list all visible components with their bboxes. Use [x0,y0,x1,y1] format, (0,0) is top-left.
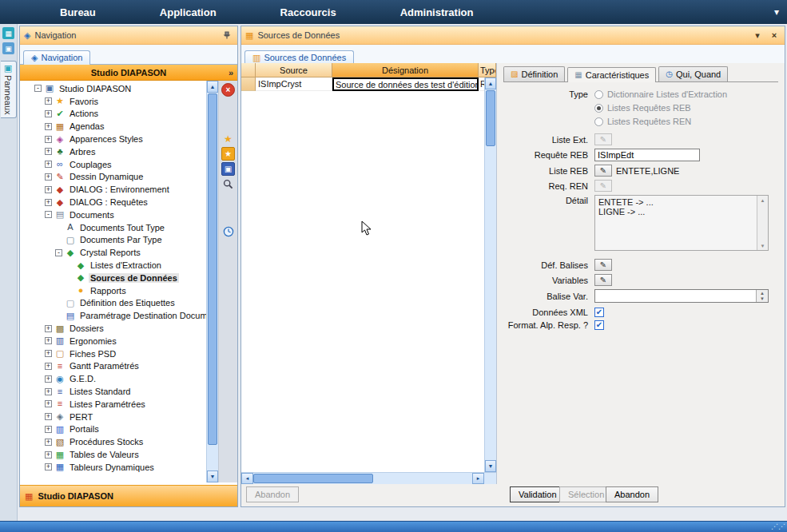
scroll-left-icon[interactable]: ◂ [241,473,253,484]
format-alp-checkbox[interactable]: ✔ [594,320,604,330]
tree-expander-icon[interactable] [45,97,52,105]
tree-item[interactable]: A Documents Tout Type [20,221,206,234]
tree-expander-icon[interactable] [45,136,52,143]
menu-item[interactable]: Bureau [60,6,96,18]
tree-item[interactable]: ▦ Tableurs Dynamiques [20,461,206,474]
tree-item[interactable]: ▥ Portails [20,423,206,436]
tree-item[interactable]: ▤ Paramétrage Destination Document [20,309,206,322]
grid-column-designation[interactable]: Désignation [332,63,479,77]
donnees-xml-checkbox[interactable]: ✔ [594,308,604,317]
resize-grip-icon[interactable]: ⋰⋰ [771,523,785,530]
menu-item[interactable]: Raccourcis [280,6,336,18]
tree-expander-icon[interactable] [45,350,52,357]
tree-item[interactable]: ◉ G.E.D. [20,372,206,385]
radio-icon[interactable] [594,90,603,99]
menu-item[interactable]: Administration [400,6,474,18]
tree-expander-icon[interactable] [45,413,52,420]
tree-item[interactable]: ★ Favoris [20,95,206,108]
detail-scrollbar[interactable]: ▲ ▼ [757,196,768,250]
abandon-grid-button[interactable]: Abandon [246,486,299,502]
def-balises-edit-icon[interactable]: ✎ [594,259,612,271]
radio-icon[interactable] [594,104,603,113]
tree-item[interactable]: ◆ DIALOG : Environnement [20,183,206,196]
tab-navigation[interactable]: ◈ Navigation [23,50,90,65]
tree-item[interactable]: ▦ Agendas [20,120,206,133]
tree-item[interactable]: ▥ Ergonomies [20,335,206,347]
spin-down-icon[interactable]: ▼ [757,296,768,303]
scroll-right-icon[interactable]: ▸ [472,473,484,484]
liste-reb-edit-icon[interactable]: ✎ [594,165,612,177]
tree-expander-icon[interactable] [45,375,52,383]
tree-expander-icon[interactable] [55,249,62,256]
tree-item[interactable]: ◈ PERT [20,411,206,423]
grid-vertical-scrollbar[interactable]: ▲ ▼ [484,77,496,472]
tree-expander-icon[interactable] [45,363,52,370]
panneaux-tab[interactable]: ▣ Panneaux [1,61,17,118]
tree-expander-icon[interactable] [45,337,52,344]
radio-icon[interactable] [594,117,603,126]
panel-toggle-icon[interactable]: ▣ [221,162,235,176]
chevron-down-icon[interactable]: ▾ [774,6,779,18]
tree-item[interactable]: ● Rapports [20,284,206,297]
tree-item[interactable]: ✎ Dessin Dynamique [20,171,206,184]
radio-option[interactable]: Listes Requêtes REB [594,103,727,113]
validation-button[interactable]: Validation [510,486,566,502]
tree-item[interactable]: ≡ Listes Standard [20,385,206,398]
balise-var-input[interactable] [595,290,756,302]
window-close-icon[interactable]: × [768,29,781,42]
balise-var-spinner[interactable]: ▲ ▼ [756,290,768,302]
window-chevron-down-icon[interactable]: ▾ [751,29,764,42]
cell-designation-editing[interactable]: Source de données des test d'édition [332,77,479,91]
scroll-down-icon[interactable]: ▼ [757,241,768,250]
tree-item[interactable]: ✔ Actions [20,108,206,121]
tree-item[interactable]: ▧ Procédures Stocks [20,435,206,448]
tree-expander-icon[interactable] [34,85,42,92]
tree-item[interactable]: ▢ Documents Par Type [20,234,206,247]
tree-item[interactable]: ◆ Sources de Données [20,272,206,284]
abandon-button[interactable]: Abandon [606,486,658,502]
tree-scrollbar[interactable]: ▲ ▼ [206,81,218,482]
scrollbar-thumb[interactable] [486,90,495,146]
pin-icon[interactable] [221,29,233,42]
spin-up-icon[interactable]: ▲ [757,290,768,296]
tree-item[interactable]: ∞ Couplages [20,158,206,171]
radio-option[interactable]: Dictionnaire Listes d'Extraction [594,89,727,99]
tree-expander-icon[interactable] [45,325,52,332]
tree-item[interactable]: ◆ Crystal Reports [20,246,206,259]
tree-item[interactable]: ♣ Arbres [20,145,206,158]
tree-item[interactable]: ▤ Documents [20,208,206,221]
scroll-down-icon[interactable]: ▼ [485,460,496,472]
tree-expander-icon[interactable] [45,463,52,470]
tree-item[interactable]: ▢ Définition des Etiquettes [20,297,206,310]
tree-item[interactable]: ▦ Tables de Valeurs [20,448,206,461]
tree-expander-icon[interactable] [45,426,52,433]
balise-var-combo[interactable]: ▲ ▼ [594,289,769,303]
table-row[interactable]: ISImpCryst Source de données des test d'… [241,77,496,91]
search-icon[interactable] [221,177,236,191]
radio-option[interactable]: Listes Requêtes REN [594,117,727,126]
tree-expander-icon[interactable] [45,400,52,407]
scrollbar-thumb[interactable] [253,474,373,483]
detail-tab[interactable]: ▨ Définition [503,66,565,81]
collapse-panel-icon[interactable]: » [229,68,233,77]
close-red-icon[interactable]: × [221,83,235,97]
grid-column-source[interactable]: Source [256,63,332,77]
tree-expander-icon[interactable] [45,173,52,181]
tree-item[interactable]: ▢ Fiches PSD [20,347,206,360]
favorite-star-icon[interactable]: ★ [221,132,236,145]
dock-icon[interactable]: ▣ [2,42,14,54]
tree-expander-icon[interactable] [45,161,52,168]
tree-expander-icon[interactable] [45,199,52,206]
tree-item[interactable]: ◈ Apparences Styles [20,133,206,145]
detail-tab[interactable]: ▦ Caractéristiques [567,67,656,82]
favorite-add-icon[interactable]: ★ [221,147,235,161]
cell-source[interactable]: ISImpCryst [256,77,332,91]
detail-textarea[interactable]: ENTETE -> ... LIGNE -> ... ▲ ▼ [594,195,769,251]
tree-item[interactable]: ≡ Listes Paramétrées [20,398,206,411]
variables-edit-icon[interactable]: ✎ [594,274,612,286]
navigation-footer[interactable]: ▦ Studio DIAPASON [20,485,237,506]
scroll-up-icon[interactable]: ▲ [485,77,496,89]
tree-expander-icon[interactable] [45,211,52,218]
scroll-up-icon[interactable]: ▲ [757,196,768,204]
tree-item[interactable]: ◆ DIALOG : Requêtes [20,196,206,208]
